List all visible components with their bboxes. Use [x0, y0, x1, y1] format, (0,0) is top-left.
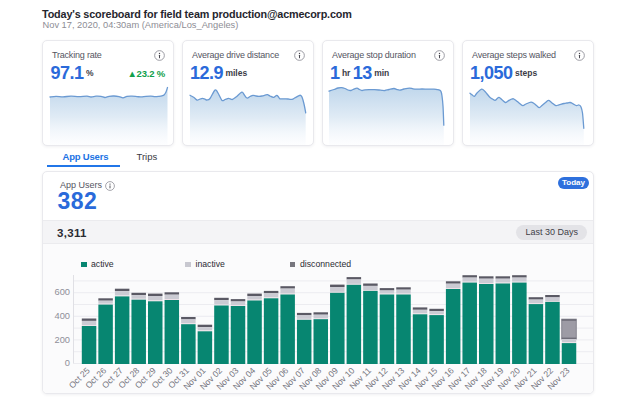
svg-text:0: 0	[65, 358, 70, 368]
svg-text:600: 600	[54, 287, 70, 297]
svg-text:400: 400	[54, 311, 70, 321]
svg-text:200: 200	[54, 335, 70, 345]
